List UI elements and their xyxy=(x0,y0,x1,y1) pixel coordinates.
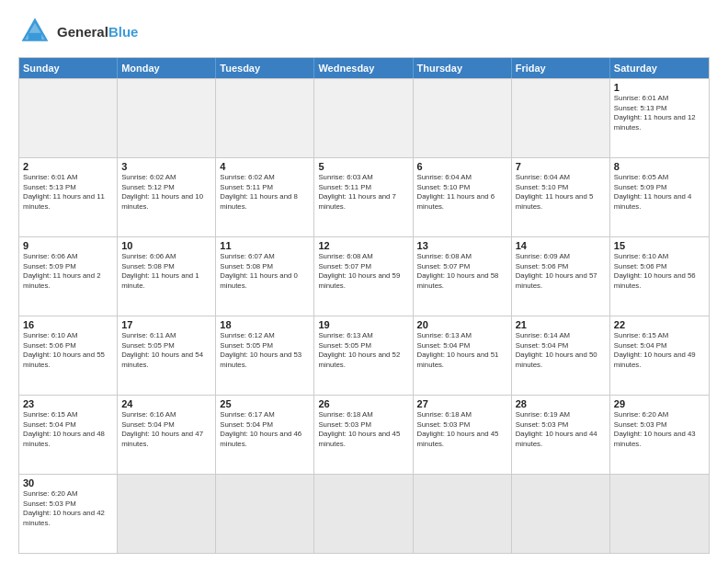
cell-day-number: 2 xyxy=(23,161,113,172)
calendar-cell xyxy=(512,79,610,157)
cell-info: Sunrise: 6:08 AMSunset: 5:07 PMDaylight:… xyxy=(318,252,408,291)
calendar-cell: 5Sunrise: 6:03 AMSunset: 5:11 PMDaylight… xyxy=(314,158,413,236)
cell-info: Sunrise: 6:01 AMSunset: 5:13 PMDaylight:… xyxy=(614,94,705,132)
cell-day-number: 6 xyxy=(417,161,507,172)
calendar-cell xyxy=(216,79,314,157)
day-header-friday: Friday xyxy=(512,58,610,78)
calendar-cell: 18Sunrise: 6:12 AMSunset: 5:05 PMDayligh… xyxy=(216,316,314,395)
cell-day-number: 8 xyxy=(614,161,705,172)
calendar-cell xyxy=(19,79,118,157)
cell-info: Sunrise: 6:13 AMSunset: 5:05 PMDaylight:… xyxy=(318,331,408,370)
cell-info: Sunrise: 6:18 AMSunset: 5:03 PMDaylight:… xyxy=(417,410,507,449)
cell-day-number: 14 xyxy=(516,240,606,251)
cell-info: Sunrise: 6:11 AMSunset: 5:05 PMDaylight:… xyxy=(121,331,211,370)
calendar-cell: 12Sunrise: 6:08 AMSunset: 5:07 PMDayligh… xyxy=(314,237,413,316)
cell-day-number: 16 xyxy=(23,319,113,330)
cell-day-number: 18 xyxy=(220,319,310,330)
cell-info: Sunrise: 6:09 AMSunset: 5:06 PMDaylight:… xyxy=(516,252,606,291)
calendar: SundayMondayTuesdayWednesdayThursdayFrid… xyxy=(18,57,710,554)
cell-day-number: 23 xyxy=(23,398,113,409)
calendar-cell: 27Sunrise: 6:18 AMSunset: 5:03 PMDayligh… xyxy=(414,396,512,474)
cell-day-number: 21 xyxy=(516,319,606,330)
cell-day-number: 24 xyxy=(121,398,211,409)
cell-day-number: 22 xyxy=(614,319,705,330)
cell-info: Sunrise: 6:02 AMSunset: 5:12 PMDaylight:… xyxy=(121,173,211,212)
day-header-saturday: Saturday xyxy=(610,58,709,78)
cell-info: Sunrise: 6:06 AMSunset: 5:09 PMDaylight:… xyxy=(23,252,113,291)
cell-day-number: 25 xyxy=(220,398,310,409)
cell-info: Sunrise: 6:07 AMSunset: 5:08 PMDaylight:… xyxy=(220,252,310,291)
calendar-cell: 28Sunrise: 6:19 AMSunset: 5:03 PMDayligh… xyxy=(512,396,610,474)
cell-day-number: 27 xyxy=(417,398,507,409)
cell-info: Sunrise: 6:04 AMSunset: 5:10 PMDaylight:… xyxy=(417,173,507,212)
calendar-cell: 16Sunrise: 6:10 AMSunset: 5:06 PMDayligh… xyxy=(19,316,118,395)
calendar-cell: 7Sunrise: 6:04 AMSunset: 5:10 PMDaylight… xyxy=(512,158,610,236)
calendar-cell xyxy=(314,475,413,553)
calendar-cell: 22Sunrise: 6:15 AMSunset: 5:04 PMDayligh… xyxy=(610,316,709,395)
week-row-5: 30Sunrise: 6:20 AMSunset: 5:03 PMDayligh… xyxy=(19,474,709,553)
cell-info: Sunrise: 6:06 AMSunset: 5:08 PMDaylight:… xyxy=(121,252,211,291)
week-row-3: 16Sunrise: 6:10 AMSunset: 5:06 PMDayligh… xyxy=(19,316,709,395)
cell-info: Sunrise: 6:15 AMSunset: 5:04 PMDaylight:… xyxy=(614,331,705,370)
cell-day-number: 19 xyxy=(318,319,408,330)
calendar-cell: 4Sunrise: 6:02 AMSunset: 5:11 PMDaylight… xyxy=(216,158,314,236)
calendar-cell xyxy=(414,475,512,553)
calendar-cell xyxy=(512,475,610,553)
calendar-cell: 29Sunrise: 6:20 AMSunset: 5:03 PMDayligh… xyxy=(610,396,709,474)
day-header-thursday: Thursday xyxy=(414,58,512,78)
cell-info: Sunrise: 6:04 AMSunset: 5:10 PMDaylight:… xyxy=(516,173,606,212)
calendar-cell: 13Sunrise: 6:08 AMSunset: 5:07 PMDayligh… xyxy=(414,237,512,316)
calendar-cell xyxy=(118,79,216,157)
cell-info: Sunrise: 6:19 AMSunset: 5:03 PMDaylight:… xyxy=(516,410,606,449)
calendar-cell xyxy=(610,475,709,553)
cell-info: Sunrise: 6:15 AMSunset: 5:04 PMDaylight:… xyxy=(23,410,113,449)
calendar-cell: 10Sunrise: 6:06 AMSunset: 5:08 PMDayligh… xyxy=(118,237,216,316)
cell-day-number: 12 xyxy=(318,240,408,251)
cell-info: Sunrise: 6:02 AMSunset: 5:11 PMDaylight:… xyxy=(220,173,310,212)
weeks: 1Sunrise: 6:01 AMSunset: 5:13 PMDaylight… xyxy=(19,78,709,553)
cell-info: Sunrise: 6:05 AMSunset: 5:09 PMDaylight:… xyxy=(614,173,705,212)
calendar-cell xyxy=(216,475,314,553)
calendar-cell: 26Sunrise: 6:18 AMSunset: 5:03 PMDayligh… xyxy=(314,396,413,474)
logo-icon xyxy=(18,15,51,48)
day-header-tuesday: Tuesday xyxy=(216,58,314,78)
calendar-cell xyxy=(414,79,512,157)
cell-info: Sunrise: 6:01 AMSunset: 5:13 PMDaylight:… xyxy=(23,173,113,212)
cell-day-number: 20 xyxy=(417,319,507,330)
calendar-cell: 2Sunrise: 6:01 AMSunset: 5:13 PMDaylight… xyxy=(19,158,118,236)
week-row-0: 1Sunrise: 6:01 AMSunset: 5:13 PMDaylight… xyxy=(19,78,709,157)
calendar-cell: 14Sunrise: 6:09 AMSunset: 5:06 PMDayligh… xyxy=(512,237,610,316)
day-header-wednesday: Wednesday xyxy=(314,58,413,78)
calendar-cell: 6Sunrise: 6:04 AMSunset: 5:10 PMDaylight… xyxy=(414,158,512,236)
day-headers: SundayMondayTuesdayWednesdayThursdayFrid… xyxy=(19,58,709,78)
page: GeneralBlue SundayMondayTuesdayWednesday… xyxy=(0,0,728,563)
cell-day-number: 13 xyxy=(417,240,507,251)
calendar-cell xyxy=(118,475,216,553)
header: GeneralBlue xyxy=(18,15,710,48)
week-row-4: 23Sunrise: 6:15 AMSunset: 5:04 PMDayligh… xyxy=(19,395,709,474)
calendar-cell: 17Sunrise: 6:11 AMSunset: 5:05 PMDayligh… xyxy=(118,316,216,395)
cell-info: Sunrise: 6:17 AMSunset: 5:04 PMDaylight:… xyxy=(220,410,310,449)
cell-info: Sunrise: 6:03 AMSunset: 5:11 PMDaylight:… xyxy=(318,173,408,212)
cell-day-number: 29 xyxy=(614,398,705,409)
cell-info: Sunrise: 6:14 AMSunset: 5:04 PMDaylight:… xyxy=(516,331,606,370)
cell-day-number: 1 xyxy=(614,82,705,93)
svg-rect-2 xyxy=(28,33,41,40)
cell-day-number: 3 xyxy=(121,161,211,172)
cell-info: Sunrise: 6:12 AMSunset: 5:05 PMDaylight:… xyxy=(220,331,310,370)
cell-day-number: 17 xyxy=(121,319,211,330)
calendar-cell: 23Sunrise: 6:15 AMSunset: 5:04 PMDayligh… xyxy=(19,396,118,474)
cell-day-number: 11 xyxy=(220,240,310,251)
cell-day-number: 4 xyxy=(220,161,310,172)
calendar-cell: 30Sunrise: 6:20 AMSunset: 5:03 PMDayligh… xyxy=(19,475,118,553)
cell-day-number: 7 xyxy=(516,161,606,172)
day-header-monday: Monday xyxy=(118,58,216,78)
logo-text: GeneralBlue xyxy=(57,24,138,40)
calendar-cell: 8Sunrise: 6:05 AMSunset: 5:09 PMDaylight… xyxy=(610,158,709,236)
cell-day-number: 30 xyxy=(23,477,113,488)
cell-day-number: 26 xyxy=(318,398,408,409)
cell-day-number: 15 xyxy=(614,240,705,251)
cell-info: Sunrise: 6:18 AMSunset: 5:03 PMDaylight:… xyxy=(318,410,408,449)
calendar-cell: 24Sunrise: 6:16 AMSunset: 5:04 PMDayligh… xyxy=(118,396,216,474)
cell-info: Sunrise: 6:20 AMSunset: 5:03 PMDaylight:… xyxy=(614,410,705,449)
